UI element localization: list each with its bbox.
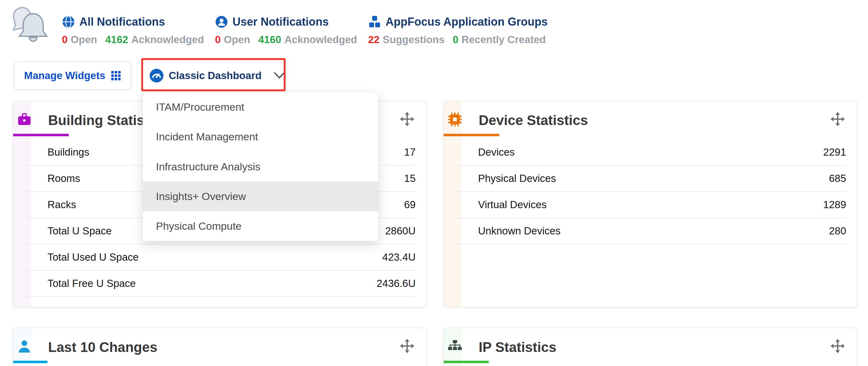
dashboard-icon: [149, 68, 164, 83]
stat-label: Recently Created: [462, 34, 546, 45]
row-label: Racks: [48, 199, 76, 211]
user-icon: [215, 15, 228, 28]
row-value: 1289: [823, 199, 846, 211]
stats-table: Devices2291Physical Devices685Virtual De…: [444, 140, 857, 244]
table-row: Virtual Devices1289: [456, 192, 846, 218]
stat-label: Suggestions: [383, 34, 445, 45]
card-accent-underline: [13, 134, 69, 136]
move-icon[interactable]: [399, 338, 415, 354]
appfocus-groups-summary[interactable]: AppFocus Application Groups 22Suggestion…: [368, 14, 554, 45]
person-icon: [17, 339, 32, 354]
dropdown-item[interactable]: Physical Compute: [143, 211, 378, 241]
card-title: IP Statistics: [479, 339, 556, 355]
briefcase-icon: [17, 112, 32, 127]
stat-label: Acknowledged: [131, 34, 204, 45]
table-row: Unknown Devices280: [456, 218, 846, 244]
row-value: 2291: [823, 146, 846, 158]
row-label: Unknown Devices: [478, 225, 561, 237]
row-label: Total U Space: [48, 225, 112, 237]
row-label: Virtual Devices: [478, 199, 547, 211]
stat-value: 0: [215, 34, 221, 45]
dropdown-item[interactable]: Incident Management: [143, 122, 378, 152]
header-group-title[interactable]: User Notifications: [232, 15, 329, 28]
row-label: Physical Devices: [478, 173, 556, 184]
row-value: 17: [404, 146, 415, 158]
last-10-changes-card: Last 10 Changes: [12, 328, 427, 366]
app-groups-icon: [368, 15, 381, 28]
widgets-grid-icon: [111, 71, 121, 81]
card-accent-underline: [444, 134, 499, 136]
dashboard-page: All Notifications 0Open4162Acknowledged …: [0, 0, 868, 366]
row-value: 685: [829, 173, 846, 184]
row-value: 280: [829, 225, 846, 237]
move-icon[interactable]: [399, 111, 415, 127]
stat-value: 4160: [258, 34, 281, 45]
header-group-stats: 0Open4162Acknowledged: [62, 34, 212, 45]
row-label: Total Free U Space: [48, 278, 135, 289]
dashboard-dropdown-menu: ITAM/ProcurementIncident ManagementInfra…: [143, 92, 379, 241]
user-notifications-summary[interactable]: User Notifications 0Open4160Acknowledged: [215, 14, 365, 45]
dropdown-item[interactable]: Infrastructure Analysis: [143, 152, 378, 181]
header-group-title[interactable]: All Notifications: [80, 15, 165, 28]
card-title: Last 10 Changes: [48, 339, 157, 355]
table-row: Total Free U Space2436.6U: [25, 271, 415, 297]
notification-bells-icon: [9, 5, 50, 45]
row-label: Rooms: [48, 173, 80, 184]
row-value: 69: [404, 199, 415, 211]
table-row: Devices2291: [456, 140, 846, 166]
stat-value: 0: [62, 34, 67, 45]
header-group-stats: 22Suggestions0Recently Created: [368, 34, 554, 45]
table-row: Physical Devices685: [456, 166, 846, 192]
row-label: Total Used U Space: [48, 251, 139, 263]
row-value: 15: [404, 173, 415, 184]
card-title: Device Statistics: [479, 113, 588, 128]
ip-statistics-card: IP Statistics: [443, 328, 857, 366]
manage-widgets-button[interactable]: Manage Widgets: [14, 61, 131, 90]
row-label: Devices: [478, 146, 515, 158]
row-value: 2436.6U: [376, 278, 415, 289]
row-value: 423.4U: [382, 251, 415, 263]
row-value: 2860U: [385, 225, 415, 237]
stat-value: 0: [453, 34, 458, 45]
stat-value: 4162: [105, 34, 128, 45]
move-icon[interactable]: [830, 111, 845, 127]
stat-value: 22: [368, 34, 380, 45]
header-group-stats: 0Open4160Acknowledged: [215, 34, 365, 45]
cpu-icon: [447, 112, 462, 127]
chevron-down-icon: [273, 71, 285, 80]
header-group-title[interactable]: AppFocus Application Groups: [385, 15, 548, 28]
stat-label: Open: [71, 34, 97, 45]
table-row: Total Used U Space423.4U: [25, 244, 415, 271]
stat-label: Open: [224, 34, 250, 45]
globe-icon: [62, 15, 75, 28]
device-statistics-card: Device Statistics Devices2291Physical De…: [443, 101, 857, 308]
card-accent-underline: [13, 361, 48, 363]
dropdown-item[interactable]: ITAM/Procurement: [143, 92, 378, 122]
dashboard-selector[interactable]: Classic Dashboard: [149, 61, 285, 90]
stat-label: Acknowledged: [284, 34, 357, 45]
network-sitemap-icon: [447, 339, 462, 354]
card-accent-underline: [444, 361, 489, 363]
move-icon[interactable]: [830, 338, 845, 354]
all-notifications-summary[interactable]: All Notifications 0Open4162Acknowledged: [62, 14, 212, 45]
dashboard-selector-label: Classic Dashboard: [169, 70, 261, 82]
row-label: Buildings: [48, 146, 89, 158]
dropdown-item[interactable]: Insights+ Overview: [143, 182, 378, 211]
manage-widgets-label: Manage Widgets: [24, 70, 105, 82]
